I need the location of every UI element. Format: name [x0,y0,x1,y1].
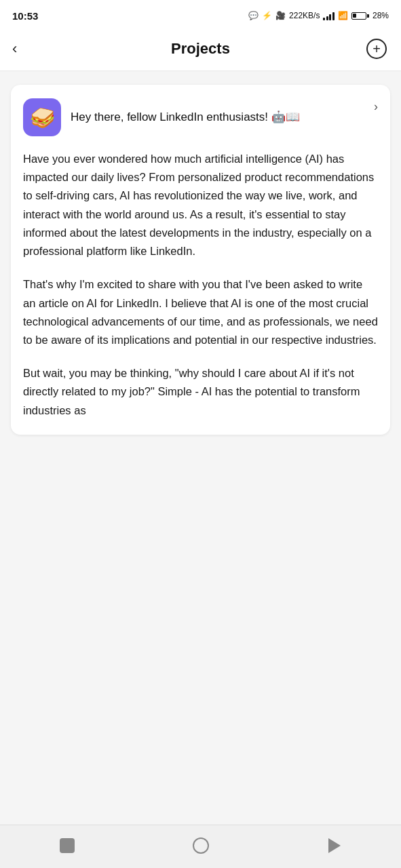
signal-bars-icon [323,12,335,20]
project-card: 🥪 Hey there, fellow LinkedIn enthusiasts… [11,85,390,435]
wifi-icon: 📶 [338,11,348,20]
back-button[interactable]: ‹ [12,40,37,58]
circle-icon [193,837,209,854]
add-button[interactable]: + [364,37,389,61]
square-icon [60,838,75,853]
top-nav: ‹ Projects + [0,30,401,71]
card-title: Hey there, fellow LinkedIn enthusiasts! … [71,109,300,125]
back-nav-button[interactable] [320,831,349,861]
avatar-emoji: 🥪 [30,106,55,130]
status-time: 10:53 [12,10,38,22]
recents-button[interactable] [186,831,216,861]
paragraph-2: That's why I'm excited to share with you… [23,275,378,349]
chevron-right-icon[interactable]: › [374,98,378,114]
paragraph-3: But wait, you may be thinking, "why shou… [23,364,378,420]
status-icons: 💬 ⚡ 🎥 222KB/s 📶 28% [248,11,389,20]
battery-icon [351,12,369,20]
page-title: Projects [37,40,364,58]
camera-icon: 🎥 [275,11,286,20]
add-circle-icon: + [366,39,387,59]
bolt-icon: ⚡ [262,11,272,20]
avatar: 🥪 [23,98,61,136]
triangle-back-icon [328,838,341,853]
whatsapp-icon: 💬 [248,11,259,20]
paragraph-1: Have you ever wondered how much artifici… [23,150,378,260]
home-button[interactable] [52,831,82,861]
card-header: 🥪 Hey there, fellow LinkedIn enthusiasts… [23,98,378,136]
card-header-left: 🥪 Hey there, fellow LinkedIn enthusiasts… [23,98,374,136]
bottom-nav [0,825,401,868]
battery-percent: 28% [373,11,389,20]
main-content: 🥪 Hey there, fellow LinkedIn enthusiasts… [0,71,401,825]
status-bar: 10:53 💬 ⚡ 🎥 222KB/s 📶 28% [0,0,401,30]
network-speed: 222KB/s [289,11,320,20]
article-body: Have you ever wondered how much artifici… [23,150,378,420]
